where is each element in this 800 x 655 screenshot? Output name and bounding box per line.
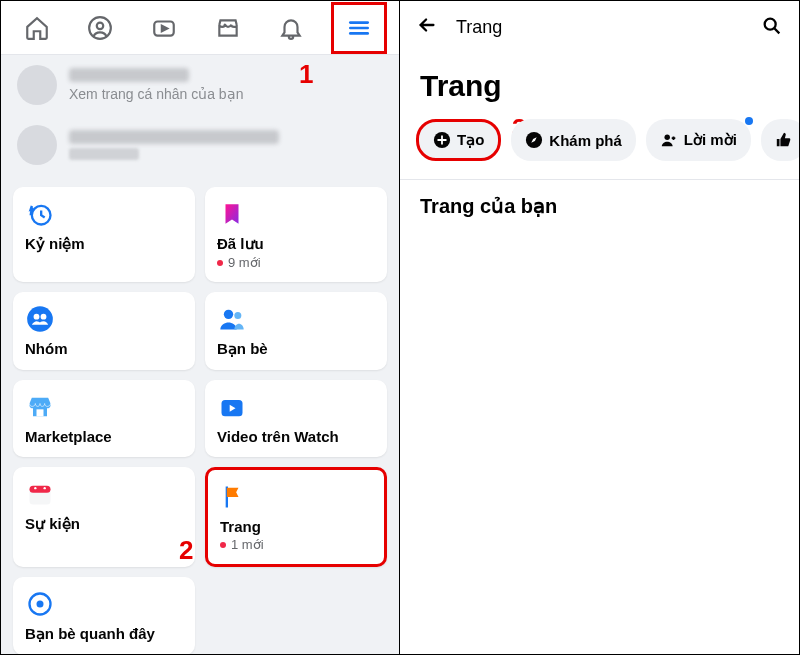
callout-2: 2	[179, 535, 193, 566]
separator	[400, 179, 799, 180]
page-title: Trang	[400, 55, 799, 113]
shortcut-name-blurred	[69, 130, 279, 144]
tile-sub: 1 mới	[220, 537, 372, 552]
svg-point-16	[34, 487, 36, 489]
thumbs-up-icon	[775, 131, 793, 149]
flag-icon	[220, 482, 250, 512]
tile-friends[interactable]: Bạn bè	[205, 292, 387, 370]
svg-point-20	[765, 18, 776, 29]
marketplace-icon[interactable]	[204, 4, 252, 52]
action-pill-row: Tạo Khám phá Lời mời	[400, 113, 799, 179]
avatar	[17, 65, 57, 105]
people-icon[interactable]	[76, 4, 124, 52]
menu-tile-grid: Kỷ niệm Đã lưu 9 mới Nhóm Bạn bè M	[1, 175, 399, 655]
menu-icon[interactable]	[335, 4, 383, 52]
clock-icon	[25, 199, 55, 229]
your-pages-title: Trang của bạn	[400, 184, 799, 228]
pill-label: Lời mời	[684, 131, 737, 149]
pill-label: Khám phá	[549, 132, 622, 149]
svg-point-8	[34, 314, 40, 320]
tile-watch[interactable]: Video trên Watch	[205, 380, 387, 457]
home-icon[interactable]	[13, 4, 61, 52]
invites-button[interactable]: Lời mời	[646, 119, 751, 161]
tile-label: Kỷ niệm	[25, 235, 183, 253]
hamburger-highlight	[331, 2, 387, 54]
groups-icon	[25, 304, 55, 334]
tile-label: Trang	[220, 518, 372, 535]
tile-marketplace[interactable]: Marketplace	[13, 380, 195, 457]
like-button[interactable]	[761, 119, 799, 161]
explore-button[interactable]: Khám phá	[511, 119, 636, 161]
plus-icon	[433, 131, 451, 149]
menu-panel: 1 Xem trang cá nhân của bạn Kỷ niệm Đã l…	[1, 1, 400, 654]
tile-saved[interactable]: Đã lưu 9 mới	[205, 187, 387, 282]
tile-nearby[interactable]: Bạn bè quanh đây	[13, 577, 195, 655]
tile-sub: 9 mới	[217, 255, 375, 270]
profile-subtext: Xem trang cá nhân của bạn	[69, 86, 243, 102]
callout-1: 1	[299, 59, 313, 90]
shortcut-sub-blurred	[69, 148, 139, 160]
pages-header: Trang	[400, 1, 799, 55]
tile-label: Marketplace	[25, 428, 183, 445]
svg-point-17	[44, 487, 46, 489]
tile-label: Sự kiện	[25, 515, 183, 533]
header-title: Trang	[456, 17, 502, 38]
person-plus-icon	[660, 131, 678, 149]
compass-icon	[525, 131, 543, 149]
tile-pages[interactable]: Trang 1 mới	[205, 467, 387, 567]
tile-label: Video trên Watch	[217, 428, 375, 445]
svg-point-11	[234, 312, 241, 319]
shortcut-row[interactable]	[1, 115, 399, 175]
profile-name-blurred	[69, 68, 189, 82]
search-icon[interactable]	[761, 15, 783, 41]
friends-icon	[217, 304, 247, 334]
back-icon[interactable]	[416, 14, 438, 41]
video-icon	[217, 392, 247, 422]
create-button[interactable]: Tạo	[416, 119, 501, 161]
tile-events[interactable]: Sự kiện	[13, 467, 195, 567]
svg-point-1	[97, 22, 104, 28]
pill-label: Tạo	[457, 131, 484, 149]
calendar-icon	[25, 479, 55, 509]
target-icon	[25, 589, 55, 619]
tile-label: Bạn bè	[217, 340, 375, 358]
pages-panel: Trang Trang 3 Tạo Khám phá Lời mời	[400, 1, 799, 654]
tile-groups[interactable]: Nhóm	[13, 292, 195, 370]
top-nav	[1, 1, 399, 55]
storefront-icon	[25, 392, 55, 422]
tile-memories[interactable]: Kỷ niệm	[13, 187, 195, 282]
bookmark-icon	[217, 199, 247, 229]
svg-point-10	[224, 310, 233, 319]
svg-point-19	[37, 601, 44, 608]
notification-dot	[745, 117, 753, 125]
tile-label: Bạn bè quanh đây	[25, 625, 183, 643]
svg-point-7	[27, 306, 53, 332]
notifications-icon[interactable]	[267, 4, 315, 52]
tile-label: Đã lưu	[217, 235, 375, 253]
avatar	[17, 125, 57, 165]
svg-point-9	[41, 314, 47, 320]
watch-icon[interactable]	[140, 4, 188, 52]
svg-rect-12	[37, 409, 44, 416]
tile-label: Nhóm	[25, 340, 183, 357]
profile-row[interactable]: Xem trang cá nhân của bạn	[1, 55, 399, 115]
svg-point-23	[664, 135, 669, 140]
svg-rect-15	[30, 486, 51, 493]
